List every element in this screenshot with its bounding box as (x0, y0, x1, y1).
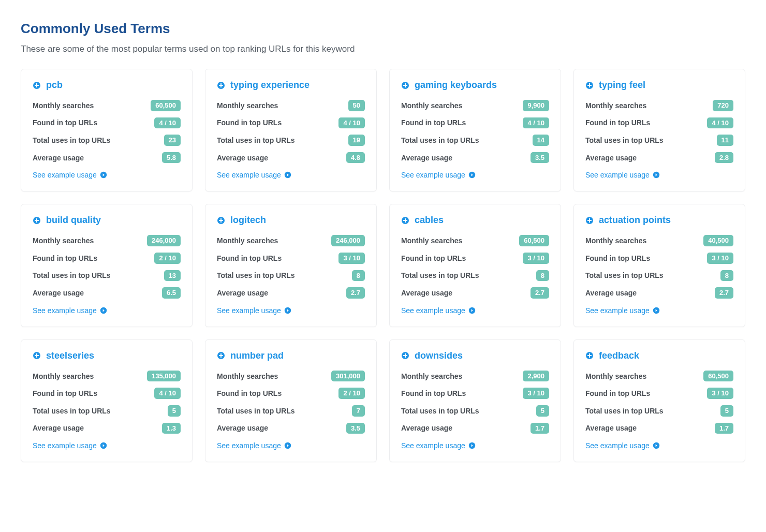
label-total-uses: Total uses in top URLs (585, 136, 664, 144)
term-name: pcb (46, 80, 63, 91)
term-name: feedback (599, 350, 639, 361)
see-example-label: See example usage (33, 441, 97, 450)
value-found-in-top: 4 / 10 (707, 117, 733, 129)
value-found-in-top: 3 / 10 (523, 253, 549, 264)
value-monthly-searches: 135,000 (147, 371, 181, 382)
label-average-usage: Average usage (585, 424, 637, 432)
term-title[interactable]: steelseries (33, 350, 181, 361)
see-example-link[interactable]: See example usage (585, 306, 660, 315)
label-found-in-top: Found in top URLs (585, 389, 650, 397)
value-average-usage: 5.8 (162, 152, 181, 164)
label-found-in-top: Found in top URLs (217, 389, 282, 397)
term-title[interactable]: typing feel (585, 80, 733, 91)
value-total-uses: 8 (536, 270, 549, 282)
value-total-uses: 5 (720, 405, 733, 417)
term-title[interactable]: logitech (217, 215, 365, 226)
label-found-in-top: Found in top URLs (401, 389, 466, 397)
label-monthly-searches: Monthly searches (217, 101, 278, 110)
see-example-label: See example usage (401, 441, 465, 450)
label-average-usage: Average usage (33, 154, 84, 162)
label-total-uses: Total uses in top URLs (217, 136, 295, 144)
term-title[interactable]: downsides (401, 350, 549, 361)
arrow-circle-right-icon (284, 442, 291, 449)
value-total-uses: 13 (164, 270, 181, 282)
term-card: build quality Monthly searches 246,000 F… (21, 204, 193, 327)
value-average-usage: 3.5 (346, 423, 365, 434)
value-monthly-searches: 301,000 (331, 371, 365, 382)
value-total-uses: 5 (536, 405, 549, 417)
plus-circle-icon (33, 216, 41, 225)
label-total-uses: Total uses in top URLs (33, 271, 111, 279)
term-card: pcb Monthly searches 60,500 Found in top… (21, 69, 193, 191)
see-example-label: See example usage (217, 306, 281, 315)
label-total-uses: Total uses in top URLs (585, 407, 664, 415)
value-monthly-searches: 720 (713, 100, 733, 111)
value-found-in-top: 4 / 10 (154, 117, 181, 129)
value-average-usage: 6.5 (162, 287, 181, 299)
see-example-label: See example usage (401, 171, 465, 179)
label-found-in-top: Found in top URLs (401, 119, 466, 127)
see-example-link[interactable]: See example usage (217, 441, 291, 450)
see-example-link[interactable]: See example usage (217, 306, 291, 315)
term-title[interactable]: build quality (33, 215, 181, 226)
term-card: cables Monthly searches 60,500 Found in … (389, 204, 561, 327)
term-title[interactable]: gaming keyboards (401, 80, 549, 91)
label-average-usage: Average usage (217, 424, 268, 432)
see-example-label: See example usage (217, 171, 281, 179)
label-average-usage: Average usage (217, 289, 268, 297)
term-title[interactable]: pcb (33, 80, 181, 91)
label-found-in-top: Found in top URLs (217, 254, 282, 262)
label-monthly-searches: Monthly searches (585, 372, 646, 380)
term-title[interactable]: cables (401, 215, 549, 226)
value-total-uses: 8 (720, 270, 733, 282)
svg-rect-42 (403, 355, 407, 356)
term-title[interactable]: actuation points (585, 215, 733, 226)
see-example-link[interactable]: See example usage (401, 171, 476, 179)
see-example-link[interactable]: See example usage (401, 441, 476, 450)
plus-circle-icon (33, 81, 41, 90)
see-example-link[interactable]: See example usage (585, 171, 660, 179)
svg-rect-10 (403, 85, 407, 86)
see-example-link[interactable]: See example usage (33, 171, 107, 179)
value-average-usage: 4.8 (346, 152, 365, 164)
label-monthly-searches: Monthly searches (33, 372, 94, 380)
value-total-uses: 11 (717, 135, 733, 146)
value-found-in-top: 3 / 10 (707, 388, 733, 399)
arrow-circle-right-icon (653, 442, 660, 449)
label-found-in-top: Found in top URLs (217, 119, 282, 127)
arrow-circle-right-icon (100, 307, 107, 314)
value-average-usage: 2.7 (346, 287, 365, 299)
see-example-link[interactable]: See example usage (217, 171, 291, 179)
value-found-in-top: 4 / 10 (338, 117, 365, 129)
term-title[interactable]: number pad (217, 350, 365, 361)
value-monthly-searches: 246,000 (331, 235, 365, 246)
see-example-link[interactable]: See example usage (401, 306, 476, 315)
label-found-in-top: Found in top URLs (33, 119, 97, 127)
label-monthly-searches: Monthly searches (401, 101, 462, 110)
term-name: steelseries (46, 350, 94, 361)
label-monthly-searches: Monthly searches (33, 101, 94, 110)
label-found-in-top: Found in top URLs (33, 254, 97, 262)
value-average-usage: 2.7 (531, 287, 549, 299)
label-total-uses: Total uses in top URLs (33, 407, 111, 415)
value-monthly-searches: 50 (348, 100, 365, 111)
svg-rect-46 (587, 355, 592, 356)
terms-grid: pcb Monthly searches 60,500 Found in top… (21, 69, 745, 462)
label-monthly-searches: Monthly searches (401, 237, 462, 245)
arrow-circle-right-icon (100, 442, 107, 449)
see-example-link[interactable]: See example usage (33, 306, 107, 315)
value-monthly-searches: 40,500 (703, 235, 733, 246)
label-monthly-searches: Monthly searches (33, 237, 94, 245)
see-example-link[interactable]: See example usage (33, 441, 107, 450)
term-title[interactable]: feedback (585, 350, 733, 361)
label-average-usage: Average usage (585, 289, 637, 297)
value-monthly-searches: 2,900 (523, 371, 549, 382)
see-example-link[interactable]: See example usage (585, 441, 660, 450)
plus-circle-icon (585, 351, 594, 360)
label-average-usage: Average usage (401, 289, 452, 297)
arrow-circle-right-icon (653, 171, 660, 179)
term-name: number pad (230, 350, 284, 361)
term-name: cables (415, 215, 444, 226)
term-title[interactable]: typing experience (217, 80, 365, 91)
value-monthly-searches: 9,900 (523, 100, 549, 111)
